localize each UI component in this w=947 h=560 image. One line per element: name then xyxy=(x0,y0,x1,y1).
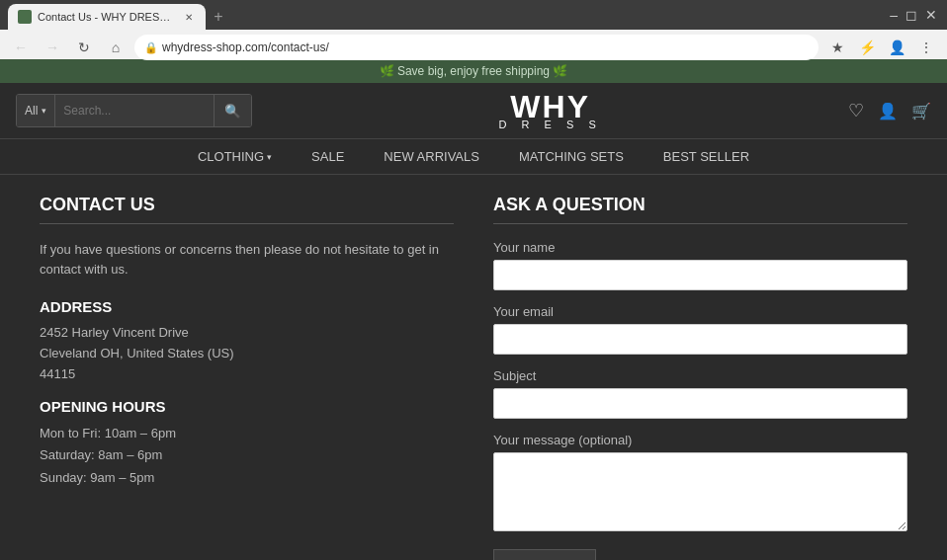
tab-favicon xyxy=(18,10,32,24)
site-logo[interactable]: WHY D R E S S xyxy=(262,91,838,130)
search-category-label: All xyxy=(25,104,38,118)
nav-sale-label: SALE xyxy=(311,149,344,164)
name-label: Your name xyxy=(493,240,907,255)
nav-item-new-arrivals[interactable]: NEW ARRIVALS xyxy=(384,149,479,164)
address-line-1: 2452 Harley Vincent Drive xyxy=(40,323,454,344)
contact-intro-text: If you have questions or concerns then p… xyxy=(40,240,454,279)
search-input[interactable] xyxy=(55,95,214,126)
form-title: ASK A QUESTION xyxy=(493,195,907,215)
extensions-button[interactable]: ⚡ xyxy=(854,35,880,60)
subject-input[interactable] xyxy=(493,388,907,419)
url-text: whydress-shop.com/contact-us/ xyxy=(162,40,329,54)
email-field-group: Your email xyxy=(493,304,907,355)
nav-item-clothing[interactable]: CLOTHING ▾ xyxy=(198,149,272,164)
message-label: Your message (optional) xyxy=(493,433,907,447)
wishlist-icon[interactable]: ♡ xyxy=(848,100,864,121)
search-category-dropdown[interactable]: All ▾ xyxy=(17,95,55,126)
name-field-group: Your name xyxy=(493,240,907,290)
nav-clothing-label: CLOTHING xyxy=(198,149,264,164)
search-area: All ▾ 🔍 xyxy=(16,94,252,127)
name-input[interactable] xyxy=(493,260,907,290)
header-icons: ♡ 👤 🛒 xyxy=(848,100,931,121)
menu-button[interactable]: ⋮ xyxy=(913,35,939,60)
opening-hours-title: OPENING HOURS xyxy=(40,398,454,415)
main-content: CONTACT US If you have questions or conc… xyxy=(0,175,947,560)
hours-line-2: Saturday: 8am – 6pm xyxy=(40,444,454,466)
nav-matching-sets-label: MATCHING SETS xyxy=(519,149,624,164)
back-button[interactable]: ← xyxy=(8,35,34,60)
nav-best-seller-label: BEST SELLER xyxy=(663,149,749,164)
subject-field-group: Subject xyxy=(493,368,907,419)
announcement-text: 🌿 Save big, enjoy free shipping 🌿 xyxy=(380,64,568,78)
new-tab-button[interactable]: + xyxy=(206,4,231,30)
contact-title: CONTACT US xyxy=(40,195,454,215)
chevron-down-icon: ▾ xyxy=(42,106,46,116)
address-title: ADDRESS xyxy=(40,298,454,315)
nav-item-best-seller[interactable]: BEST SELLER xyxy=(663,149,749,164)
bookmark-button[interactable]: ★ xyxy=(824,35,850,60)
home-button[interactable]: ⌂ xyxy=(103,35,129,60)
submit-button[interactable]: SUBMIT xyxy=(493,549,596,560)
tab-close-button[interactable]: ✕ xyxy=(182,10,196,24)
account-icon[interactable]: 👤 xyxy=(878,102,898,120)
minimize-button[interactable]: – xyxy=(890,7,898,23)
account-button[interactable]: 👤 xyxy=(884,35,909,60)
browser-actions: ★ ⚡ 👤 ⋮ xyxy=(824,35,939,60)
form-section: ASK A QUESTION Your name Your email Subj… xyxy=(493,195,907,560)
email-input[interactable] xyxy=(493,324,907,355)
address-line-3: 44115 xyxy=(40,364,454,385)
tab-bar: Contact Us - WHY DRESS Sales ✕ + – ◻ ✕ xyxy=(0,0,947,30)
email-label: Your email xyxy=(493,304,907,319)
hours-line-3: Sunday: 9am – 5pm xyxy=(40,467,454,489)
contact-divider xyxy=(40,223,454,224)
forward-button[interactable]: → xyxy=(40,35,65,60)
nav-new-arrivals-label: NEW ARRIVALS xyxy=(384,149,479,164)
address-line-2: Cleveland OH, United States (US) xyxy=(40,344,454,364)
nav-item-sale[interactable]: SALE xyxy=(311,149,344,164)
message-textarea[interactable] xyxy=(493,452,907,531)
maximize-button[interactable]: ◻ xyxy=(905,7,917,23)
announcement-bar: 🌿 Save big, enjoy free shipping 🌿 xyxy=(0,59,947,83)
website: 🌿 Save big, enjoy free shipping 🌿 All ▾ … xyxy=(0,59,947,560)
browser-tab-active[interactable]: Contact Us - WHY DRESS Sales ✕ xyxy=(8,4,206,30)
cart-icon[interactable]: 🛒 xyxy=(911,102,931,120)
subject-label: Subject xyxy=(493,368,907,383)
browser-chrome: Contact Us - WHY DRESS Sales ✕ + – ◻ ✕ ←… xyxy=(0,0,947,59)
search-icon: 🔍 xyxy=(224,104,241,119)
message-field-group: Your message (optional) xyxy=(493,433,907,535)
search-button[interactable]: 🔍 xyxy=(214,95,251,126)
close-window-button[interactable]: ✕ xyxy=(925,7,937,23)
lock-icon: 🔒 xyxy=(144,41,158,54)
site-navigation: CLOTHING ▾ SALE NEW ARRIVALS MATCHING SE… xyxy=(0,139,947,175)
reload-button[interactable]: ↻ xyxy=(71,35,97,60)
tab-title: Contact Us - WHY DRESS Sales xyxy=(38,11,176,23)
nav-clothing-chevron: ▾ xyxy=(267,152,272,162)
address-bar[interactable]: 🔒 whydress-shop.com/contact-us/ xyxy=(134,35,818,60)
contact-section: CONTACT US If you have questions or conc… xyxy=(40,195,454,560)
logo-sub-text: D R E S S xyxy=(262,119,838,130)
form-divider xyxy=(493,223,907,224)
nav-item-matching-sets[interactable]: MATCHING SETS xyxy=(519,149,624,164)
hours-line-1: Mon to Fri: 10am – 6pm xyxy=(40,423,454,444)
site-header: All ▾ 🔍 WHY D R E S S ♡ 👤 🛒 xyxy=(0,83,947,139)
